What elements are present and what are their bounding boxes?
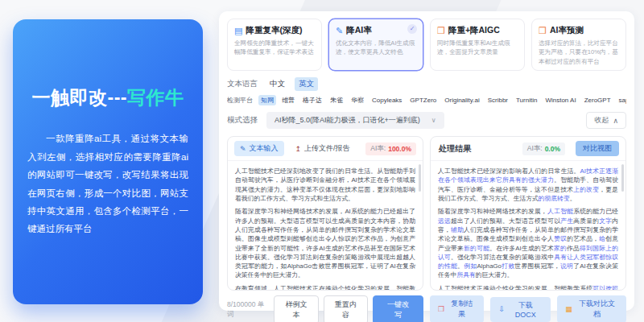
option-Turnitin[interactable]: Turnitin [514, 96, 539, 105]
result-paragraph: 随着深度学习和神经网络技术的发展，人工智能系统的能力已经远远超出了人们的预期。大… [438, 207, 618, 279]
download-icon: ⇩ [498, 305, 505, 313]
feature-card-3[interactable]: ❒ 降重+降AIGC 同时降低重复率和AI生成痕迹，全面提升文章质量 [430, 19, 525, 71]
feature-card-2[interactable]: ✎ 降AI率 ✓ 优化文本内容，降低AI生成痕迹，使文章更具人文特色 [328, 19, 423, 71]
app-card: ▤ 降重复率(深度) 全网领先的降重技术，一键大幅降低重复率，保证学术表达 ✎ … [219, 11, 634, 311]
input-column: ✎ 文本输入 ↥ 上传文件/报告 AI率: 100.0% 人工智能技术已经深刻地… [227, 136, 423, 322]
collapse-label: 收起 [594, 115, 609, 126]
tab-label: 文本输入 [250, 143, 279, 154]
row-label: 文本语言 [227, 79, 258, 89]
reset-content-button[interactable]: 重置内容 [324, 295, 368, 322]
option-英文[interactable]: 英文 [295, 77, 318, 91]
promo-description: 一款降重降ai工具，通过将文本输入到左侧，选择相对应的需要降重降ai的网站即可一… [27, 130, 188, 238]
result-header: 处理结果 AI率: 0.0% 对比视图 [431, 137, 625, 161]
ai-rate-label: AI率: [370, 144, 386, 154]
input-paragraph: 随着深度学习和神经网络技术的发展，AI系统的能力已经超出了许多人的预期。大型语言… [235, 207, 415, 279]
input-paragraph: 在教育领域，人工智能技术正在推动个性化学习的发展。智能教学系统能够根据每个学生的… [235, 284, 415, 290]
page-background: 一触即改---写作牛 一款降重降ai工具，通过将文本输入到左侧，选择相对应的需要… [0, 0, 644, 322]
option-朱雀[interactable]: 朱雀 [328, 95, 345, 105]
option-Originality.ai[interactable]: Originality.ai [442, 96, 481, 105]
result-paragraph: 人工智能技术已经深深的影响着人们的日常生活。AI技术正逐渐在各个领域表现出来它所… [438, 167, 618, 203]
download-compare-button[interactable]: ▦下载对比文档 [557, 295, 626, 322]
option-sapling.ai[interactable]: sapling.ai [617, 96, 626, 105]
input-footer-buttons: 样例文本重置内容一键改写 [274, 295, 423, 322]
chevron-down-icon: ∨ [431, 117, 436, 124]
result-paragraph: 人工智能技术正推动个性化学习的发展。智能教学系统可以按照每一个学生的学识水平、特… [438, 284, 618, 290]
option-GPTZero[interactable]: GPTZero [407, 96, 439, 105]
selected-check-icon: ✓ [407, 24, 417, 34]
result-ai-rate-badge: AI率: 0.0% [522, 142, 565, 155]
mode-label: 模式选择 [227, 115, 258, 126]
input-header: ✎ 文本输入 ↥ 上传文件/报告 AI率: 100.0% [228, 137, 423, 161]
compare-view-button[interactable]: 对比视图 [576, 141, 619, 156]
document-icon: ▤ [234, 27, 242, 35]
feature-cards: ▤ 降重复率(深度) 全网领先的降重技术，一键大幅降低重复率，保证学术表达 ✎ … [227, 19, 626, 71]
sample-text-button[interactable]: 样例文本 [274, 295, 318, 322]
feature-card-title: 降重复率(深度) [246, 25, 302, 36]
input-footer: 8/100000 单词 样例文本重置内容一键改写 [227, 295, 423, 322]
input-scrollbar[interactable] [419, 164, 421, 192]
browser-icon: ❒ [539, 27, 547, 35]
feature-card-title: 降AI率 [346, 25, 372, 36]
option-Winston AI[interactable]: Winston AI [543, 96, 578, 105]
promo-card: 一触即改---写作牛 一款降重降ai工具，通过将文本输入到左侧，选择相对应的需要… [13, 19, 203, 304]
panels: ✎ 文本输入 ↥ 上传文件/报告 AI率: 100.0% 人工智能技术已经深刻地… [227, 136, 626, 322]
ai-rate-label: AI率: [527, 144, 543, 154]
promo-title-accent: 写作牛 [127, 87, 184, 108]
result-column: 处理结果 AI率: 0.0% 对比视图 人工智能技术已经深深的影响着人们的日常生… [430, 136, 626, 322]
promo-title: 一触即改---写作牛 [27, 85, 188, 110]
tab-upload-file[interactable]: ↥ 上传文件/报告 [290, 141, 356, 156]
option-ZeroGPT[interactable]: ZeroGPT [582, 96, 613, 105]
option-知网[interactable]: 知网 [258, 95, 276, 105]
feature-card-desc: 同时降低重复率和AI生成痕迹，全面提升文章质量 [437, 39, 518, 57]
tab-label: 上传文件/报告 [304, 143, 350, 154]
tab-text-input[interactable]: ✎ 文本输入 [234, 141, 284, 156]
chart-icon: ▦ [565, 305, 572, 313]
result-box: 处理结果 AI率: 0.0% 对比视图 人工智能技术已经深深的影响着人们的日常生… [430, 136, 626, 291]
platform-row: 检测平台知网维普格子达朱雀华察CopyleaksGPTZeroOriginali… [227, 95, 626, 105]
option-Scribbr[interactable]: Scribbr [485, 96, 510, 105]
option-维普[interactable]: 维普 [279, 95, 297, 105]
result-title: 处理结果 [439, 143, 471, 155]
ai-rate-value: 0.0% [545, 145, 560, 153]
pen-icon: ✎ [336, 27, 343, 35]
rewrite-button[interactable]: 一键改写 [373, 295, 423, 322]
feature-card-desc: 选择对应的算法，比对应平台更为严格，只要在10%内，基本都过对应的所有平台 [539, 39, 619, 66]
feature-card-title: AI率预测 [550, 25, 584, 36]
input-ai-rate-badge: AI率: 100.0% [365, 142, 416, 155]
option-Copyleaks[interactable]: Copyleaks [369, 96, 404, 105]
input-textarea[interactable]: 人工智能技术已经深刻地改变了我们的日常生活。从智能助手到自动驾驶汽车，从医疗诊断… [228, 161, 423, 290]
chevron-up-icon: ∧ [613, 117, 618, 125]
collapse-button[interactable]: 收起 ∧ [586, 112, 626, 129]
language-row: 文本语言中文英文 [227, 77, 626, 91]
browser-icon: ❒ [437, 27, 445, 35]
feature-card-1[interactable]: ▤ 降重复率(深度) 全网领先的降重技术，一键大幅降低重复率，保证学术表达 [227, 19, 322, 71]
copy-result-button[interactable]: ❐复制结果 [430, 295, 484, 322]
ai-rate-value: 100.0% [388, 145, 411, 153]
feature-card-desc: 优化文本内容，降低AI生成痕迹，使文章更具人文特色 [336, 39, 416, 57]
pencil-icon: ✎ [240, 145, 246, 153]
option-格子达[interactable]: 格子达 [300, 95, 324, 105]
feature-card-4[interactable]: ❒ AI率预测 选择对应的算法，比对应平台更为严格，只要在10%内，基本都过对应… [531, 19, 626, 71]
option-华察[interactable]: 华察 [349, 95, 366, 105]
feature-card-desc: 全网领先的降重技术，一键大幅降低重复率，保证学术表达 [234, 39, 315, 57]
row-label: 检测平台 [227, 96, 253, 105]
result-footer-buttons: ❐复制结果⇩下载DOCX▦下载对比文档 [430, 295, 626, 322]
mode-selected-value: AI秒降_5.0(降AI能力极强，口语化+一遍到底) [275, 115, 420, 126]
download-docx-button[interactable]: ⇩下载DOCX [490, 297, 551, 322]
option-中文[interactable]: 中文 [266, 77, 289, 91]
result-scrollbar[interactable] [621, 164, 624, 192]
mode-select[interactable]: AI秒降_5.0(降AI能力极强，口语化+一遍到底) ∨ [266, 112, 444, 129]
promo-title-white: 一触即改--- [32, 87, 127, 108]
result-textarea: 人工智能技术已经深深的影响着人们的日常生活。AI技术正逐渐在各个领域表现出来它所… [431, 161, 625, 290]
input-paragraph: 人工智能技术已经深刻地改变了我们的日常生活。从智能助手到自动驾驶汽车，从医疗诊断… [235, 167, 415, 203]
input-box: ✎ 文本输入 ↥ 上传文件/报告 AI率: 100.0% 人工智能技术已经深刻地… [227, 136, 423, 291]
copy-icon: ❐ [438, 305, 444, 313]
word-count: 8/100000 单词 [227, 300, 269, 320]
mode-row: 模式选择 AI秒降_5.0(降AI能力极强，口语化+一遍到底) ∨ 收起 ∧ [227, 112, 626, 129]
feature-card-title: 降重+降AIGC [448, 25, 500, 36]
upload-icon: ↥ [295, 145, 302, 153]
